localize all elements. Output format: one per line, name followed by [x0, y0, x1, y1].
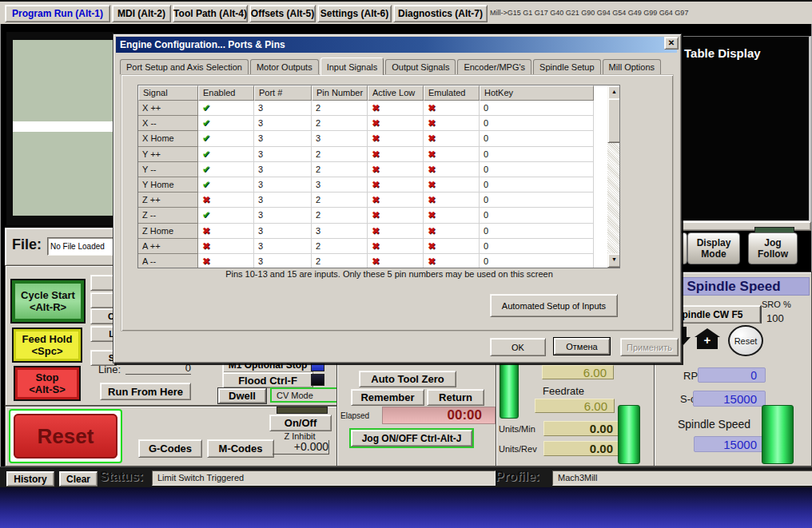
dwell-button[interactable]: Dwell: [218, 388, 266, 403]
fro-slider-bar[interactable]: [500, 362, 519, 419]
cross-icon: ✖: [428, 194, 436, 205]
units-rev-value[interactable]: 0.00: [543, 441, 620, 456]
tab-input-signals[interactable]: Input Signals: [320, 58, 384, 75]
spindle-reset-button[interactable]: Reset: [728, 325, 763, 356]
table-row[interactable]: Y Home✔33✖✖0: [138, 177, 619, 193]
status-field: Limit Switch Triggered: [152, 470, 496, 486]
flood-led: [311, 374, 324, 386]
table-scrollbar[interactable]: ▲ ▼: [607, 85, 619, 268]
cycle-start-button[interactable]: Cycle Start <Alt-R>: [10, 279, 86, 324]
file-panel: File: No File Loaded: [5, 228, 115, 266]
automated-setup-button[interactable]: Automated Setup of Inputs: [490, 294, 618, 317]
cycle-start-key: <Alt-R>: [30, 301, 66, 313]
cancel-button[interactable]: Отмена: [554, 338, 610, 355]
stop-key: <Alt-S>: [29, 383, 66, 395]
apply-button: Применить: [620, 338, 679, 356]
tab-mill-options[interactable]: Mill Options: [603, 59, 661, 74]
tab-diagnostics[interactable]: Diagnostics (Alt-7): [393, 5, 488, 22]
display-mode-button[interactable]: Display Mode: [687, 232, 740, 264]
tab-tool-path[interactable]: Tool Path (Alt-4): [173, 5, 248, 22]
home-icon[interactable]: +: [695, 328, 720, 351]
table-row[interactable]: A --✖32✖✖0: [138, 254, 619, 268]
cross-icon: ✖: [372, 102, 380, 113]
cross-icon: ✖: [372, 164, 380, 175]
jog-follow-button[interactable]: Jog Follow: [748, 232, 798, 264]
tab-mdi[interactable]: MDI (Alt-2): [112, 5, 171, 22]
elapsed-value: 00:00: [382, 407, 496, 424]
bottom-gradient: [0, 487, 812, 528]
line-value[interactable]: 0: [125, 362, 191, 375]
feed-hold-button[interactable]: Feed Hold <Spc>: [12, 328, 82, 363]
spindle-speed-value[interactable]: 15000: [694, 436, 766, 452]
reset-button[interactable]: Reset: [9, 409, 122, 463]
tab-spindle-setup[interactable]: Spindle Setup: [533, 59, 601, 74]
table-row[interactable]: A ++✖32✖✖0: [138, 239, 619, 254]
tab-program-run[interactable]: Program Run (Alt-1): [5, 5, 110, 22]
cross-icon: ✖: [428, 209, 436, 220]
stop-label: Stop: [36, 371, 59, 383]
check-icon: ✔: [202, 102, 210, 113]
feedrate-value[interactable]: 6.00: [535, 399, 615, 413]
table-row[interactable]: Z --✔32✖✖0: [138, 208, 619, 223]
z-inhibit-value[interactable]: +0.000: [273, 440, 329, 455]
bottom-left-panel: Reset G-Codes M-Codes On/Off Z Inhibit +…: [5, 406, 337, 466]
on-off-button[interactable]: On/Off: [269, 415, 332, 431]
spindle-slider-bar[interactable]: [762, 405, 794, 464]
table-row[interactable]: Y ++✔32✖✖0: [138, 147, 619, 162]
tab-output-signals[interactable]: Output Signals: [385, 59, 456, 74]
cross-icon: ✖: [372, 133, 380, 144]
ports-pins-dialog: Engine Configuration... Ports & Pins ✕ P…: [113, 34, 682, 363]
cross-icon: ✖: [202, 256, 210, 267]
table-row[interactable]: X Home✔33✖✖0: [138, 131, 619, 146]
feed-hold-key: <Spc>: [31, 345, 62, 357]
feedrate-label: Feedrate: [543, 385, 584, 397]
feed-slider-bar[interactable]: [618, 405, 640, 464]
units-min-value[interactable]: 0.00: [543, 421, 620, 436]
ok-button[interactable]: OK: [490, 338, 546, 356]
auto-tool-zero-button[interactable]: Auto Tool Zero: [359, 371, 456, 387]
jog-on-off-button[interactable]: Jog ON/OFF Ctrl-Alt-J: [351, 430, 472, 447]
file-field[interactable]: No File Loaded: [47, 237, 118, 256]
dialog-title-bar[interactable]: Engine Configuration... Ports & Pins: [116, 37, 677, 53]
cross-icon: ✖: [202, 240, 210, 252]
flood-button[interactable]: Flood Ctrl-F: [222, 372, 313, 388]
table-row[interactable]: X ++✔32✖✖0: [138, 101, 619, 116]
current-line-highlight: [13, 121, 113, 132]
cycle-start-label: Cycle Start: [21, 289, 75, 301]
tab-settings[interactable]: Settings (Alt-6): [317, 5, 392, 22]
return-button[interactable]: Return: [427, 389, 484, 406]
signals-table-rows: X ++✔32✖✖0X --✔32✖✖0X Home✔33✖✖0Y ++✔32✖…: [138, 101, 619, 268]
sov-value[interactable]: 15000: [693, 391, 766, 407]
remember-button[interactable]: Remember: [351, 389, 424, 406]
cancel-button-wrap: Отмена: [553, 337, 611, 355]
check-icon: ✔: [202, 164, 210, 175]
run-from-here-button[interactable]: Run From Here: [100, 383, 191, 400]
tab-offsets[interactable]: Offsets (Alt-5): [249, 5, 316, 22]
table-row[interactable]: Z ++✖32✖✖0: [138, 193, 619, 208]
history-button[interactable]: History: [6, 471, 54, 486]
gcode-list-panel[interactable]: [6, 32, 113, 225]
sro-label: SRO %: [762, 300, 791, 309]
scroll-down-icon[interactable]: ▼: [607, 253, 620, 268]
cross-icon: ✖: [372, 240, 380, 252]
rpm-value[interactable]: 0: [698, 367, 766, 383]
profile-field: Mach3Mill: [552, 470, 812, 486]
m-codes-button[interactable]: M-Codes: [207, 439, 274, 458]
close-icon[interactable]: ✕: [664, 37, 679, 50]
table-row[interactable]: X --✔32✖✖0: [138, 116, 619, 131]
scrollbar-thumb[interactable]: [607, 98, 620, 143]
stop-button[interactable]: Stop <Alt-S>: [14, 366, 81, 401]
fro-value[interactable]: 6.00: [542, 365, 614, 379]
g-codes-button[interactable]: G-Codes: [138, 439, 202, 458]
cross-icon: ✖: [372, 194, 380, 205]
clear-button[interactable]: Clear: [59, 471, 98, 486]
mach3-screen: Program Run (Alt-1) MDI (Alt-2) Tool Pat…: [0, 0, 812, 528]
cross-icon: ✖: [428, 164, 436, 175]
line-label: Line:: [98, 363, 121, 375]
table-row[interactable]: Z Home✖33✖✖0: [138, 224, 619, 239]
cross-icon: ✖: [428, 256, 436, 267]
table-row[interactable]: Y --✔32✖✖0: [138, 162, 619, 177]
tab-encoder-mpg[interactable]: Encoder/MPG's: [457, 59, 531, 74]
tab-motor-outputs[interactable]: Motor Outputs: [250, 59, 319, 74]
tab-port-setup[interactable]: Port Setup and Axis Selection: [120, 59, 249, 74]
